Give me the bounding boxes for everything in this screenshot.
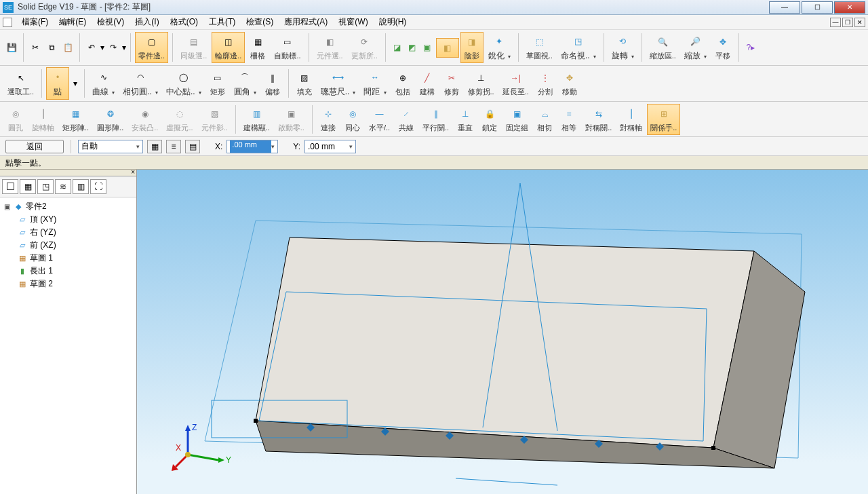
- rotate-button[interactable]: ⟲旋轉 ▾: [608, 31, 637, 64]
- grid-mode-3[interactable]: ▤: [185, 140, 200, 153]
- tangent-button[interactable]: ⌓相切: [533, 104, 556, 135]
- construct-button[interactable]: ╱建構: [416, 68, 439, 99]
- point-button[interactable]: •點: [46, 67, 69, 100]
- tree-item[interactable]: ▦草圖 1: [1, 252, 135, 265]
- cube3-button[interactable]: ▣: [420, 40, 435, 55]
- activate-button[interactable]: ▣啟動零..: [275, 104, 308, 135]
- rel-hand-button[interactable]: ⊞關係手..: [647, 104, 680, 135]
- lock-button[interactable]: 🔒鎖定: [478, 104, 501, 135]
- sidebar-close-icon[interactable]: ×: [131, 168, 135, 176]
- center-point-button[interactable]: ◯中心點.. ▾: [163, 67, 205, 100]
- auto-combo[interactable]: 自動▾: [78, 140, 143, 153]
- symmetric-button[interactable]: ⇆對稱關..: [582, 104, 615, 135]
- tree-item[interactable]: ▦草圖 2: [1, 278, 135, 290]
- sidebar-tab-2[interactable]: ▦: [20, 179, 36, 194]
- menu-window[interactable]: 視窗(W): [334, 15, 372, 29]
- horiz-button[interactable]: —水平/..: [366, 104, 393, 135]
- feature-tree[interactable]: ▣◆零件2 ▱頂 (XY) ▱右 (YZ) ▱前 (XZ) ▦草圖 1 ▮長出 …: [0, 197, 136, 494]
- zoom-area-button[interactable]: 🔍縮放區..: [646, 32, 679, 63]
- include-button[interactable]: ⊕包括: [391, 68, 414, 99]
- redo-dropdown[interactable]: ▾: [122, 43, 126, 52]
- mdi-restore-button[interactable]: ❐: [842, 18, 853, 27]
- help-button[interactable]: ?▸: [743, 40, 758, 55]
- hole-button[interactable]: ◎圓孔: [4, 104, 27, 135]
- fixed-button[interactable]: ▣固定組: [502, 104, 532, 135]
- grid-mode-1[interactable]: ▦: [147, 140, 162, 153]
- menu-check[interactable]: 檢查(S): [242, 15, 277, 29]
- trim-button[interactable]: ✂修剪: [440, 68, 463, 99]
- elem-sel-button[interactable]: ◧元件選..: [313, 32, 347, 63]
- paste-button[interactable]: 📋: [60, 40, 75, 55]
- sidebar-handle[interactable]: ×: [0, 170, 136, 176]
- trim-ext-button[interactable]: ⊥修剪拐..: [465, 68, 498, 99]
- tangent-arc-button[interactable]: ◠相切圓.. ▾: [119, 67, 161, 100]
- select-tool-button[interactable]: ↖選取工..: [4, 68, 37, 99]
- cube2-button[interactable]: ◩: [405, 40, 420, 55]
- split-button[interactable]: ⋮分割: [534, 68, 557, 99]
- menu-view[interactable]: 檢視(V): [93, 15, 128, 29]
- fill-button[interactable]: ▨填充: [293, 68, 316, 99]
- x-input[interactable]: .00 mm▾: [226, 140, 278, 153]
- tree-item[interactable]: ▱前 (XZ): [1, 239, 135, 252]
- sidebar-tab-1[interactable]: 🞎: [2, 179, 18, 194]
- sym-axis-button[interactable]: ⎮對稱軸: [616, 104, 646, 135]
- point-dropdown[interactable]: ▾: [71, 79, 80, 88]
- offset-button[interactable]: ‖偏移: [261, 68, 284, 99]
- auto-label-button[interactable]: ▭自動標..: [271, 32, 304, 63]
- extend-to-button[interactable]: →|延長至..: [499, 68, 532, 99]
- connect-button[interactable]: ⊹連接: [317, 104, 340, 135]
- menu-application[interactable]: 應用程式(A): [280, 15, 332, 29]
- tree-item[interactable]: ▱頂 (XY): [1, 213, 135, 226]
- redo-button[interactable]: ↷: [106, 40, 121, 55]
- viewport[interactable]: Z Y X: [137, 170, 868, 494]
- sketch-view-button[interactable]: ⬚草圖視..: [523, 32, 556, 63]
- perp-button[interactable]: ⊥垂直: [454, 104, 477, 135]
- grid-mode-2[interactable]: ≡: [166, 140, 181, 153]
- cut-button[interactable]: ✂: [28, 40, 43, 55]
- update-button[interactable]: ⟳更新所..: [348, 32, 381, 63]
- menu-tools[interactable]: 工具(T): [205, 15, 239, 29]
- shadow-button[interactable]: ◨陰影: [460, 32, 484, 63]
- sidebar-tab-3[interactable]: ◳: [37, 179, 54, 194]
- sidebar-tab-6[interactable]: ⛶: [90, 179, 106, 194]
- menu-file[interactable]: 檔案(F): [18, 15, 52, 29]
- menu-help[interactable]: 說明(H): [375, 15, 411, 29]
- collinear-button[interactable]: ⟋共線: [395, 104, 418, 135]
- menu-format[interactable]: 格式(O): [166, 15, 202, 29]
- outline-edge-button[interactable]: ◫輪廓邊..: [212, 32, 245, 63]
- pan-button[interactable]: ✥平移: [711, 32, 734, 63]
- const-display-button[interactable]: ▥建構顯..: [240, 104, 273, 135]
- move-button[interactable]: ✥移動: [558, 68, 581, 99]
- y-input[interactable]: .00 mm▾: [304, 140, 356, 153]
- undo-dropdown[interactable]: ▾: [100, 43, 104, 52]
- grid-button[interactable]: ▦柵格: [246, 32, 269, 63]
- shadow-button-a[interactable]: ◧: [436, 38, 459, 58]
- mdi-close-button[interactable]: ✕: [854, 18, 865, 27]
- tree-root[interactable]: ▣◆零件2: [1, 200, 135, 213]
- minimize-button[interactable]: —: [769, 1, 800, 14]
- circ-pattern-button[interactable]: ❂圓形陣..: [94, 104, 127, 135]
- virtual-button[interactable]: ◌虛擬元..: [163, 104, 196, 135]
- tree-item[interactable]: ▱右 (YZ): [1, 226, 135, 239]
- mdi-minimize-button[interactable]: —: [830, 18, 841, 27]
- sidebar-tab-5[interactable]: ▥: [73, 179, 89, 194]
- tree-item[interactable]: ▮長出 1: [1, 265, 135, 278]
- sharpen-button[interactable]: ✦銳化 ▾: [485, 31, 514, 64]
- fillet-button[interactable]: ⌒圓角 ▾: [231, 67, 260, 100]
- concentric-button[interactable]: ◎同心: [341, 104, 364, 135]
- close-button[interactable]: ✕: [834, 1, 865, 14]
- save-button[interactable]: 💾: [4, 40, 19, 55]
- equal-button[interactable]: =相等: [557, 104, 580, 135]
- distance-button[interactable]: ↔間距 ▾: [360, 67, 389, 100]
- return-button[interactable]: 返回: [5, 140, 64, 153]
- sidebar-tab-4[interactable]: ≋: [55, 179, 71, 194]
- mount-button[interactable]: ◉安裝凸..: [128, 104, 161, 135]
- smart-dim-button[interactable]: ⟷聰慧尺.. ▾: [317, 67, 359, 100]
- zoom-button[interactable]: 🔎縮放 ▾: [681, 31, 710, 64]
- same-level-button[interactable]: ▤同級選..: [177, 32, 210, 63]
- curve-button[interactable]: ∿曲線 ▾: [89, 67, 118, 100]
- undo-button[interactable]: ↶: [84, 40, 99, 55]
- cube1-button[interactable]: ◪: [390, 40, 405, 55]
- rev-axis-button[interactable]: ⎮旋轉軸: [28, 104, 58, 135]
- menu-edit[interactable]: 編輯(E): [55, 15, 90, 29]
